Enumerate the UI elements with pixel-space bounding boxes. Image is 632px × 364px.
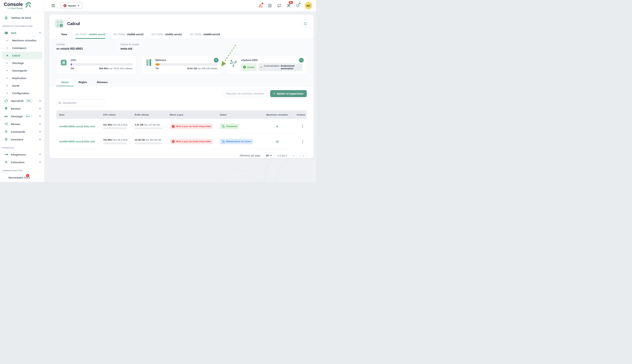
bullet-icon <box>7 78 8 78</box>
whats-new-count-badge: 1 <box>26 174 29 177</box>
memory-edit-button[interactable]: ✎ <box>214 58 219 62</box>
memory-stat-card: Mémoire 7% 19.81 GB sur 256 GB utilisés … <box>141 55 222 74</box>
sidebar-item-bastion[interactable]: Bastion <box>0 105 44 112</box>
whats-new[interactable]: Nouveautés 4.0.1 1 <box>0 173 44 182</box>
app-window: Console by Cloud Temple Tableau de bord … <box>0 0 316 182</box>
cloud-icon <box>4 30 9 35</box>
host-status-cell: Maintenance en cours <box>217 139 258 144</box>
previous-page-button[interactable]: ‹ <box>290 152 297 158</box>
row-actions-menu[interactable] <box>298 125 307 128</box>
items-per-page-select[interactable]: 10 <box>264 152 274 158</box>
ram-bar-fill <box>135 142 137 144</box>
drs-cluster-icon <box>230 58 238 67</box>
tab-regles[interactable]: Règles <box>74 78 92 86</box>
row-actions-menu[interactable] <box>298 140 307 143</box>
sidebar-item-configuration[interactable]: Configuration <box>0 90 44 97</box>
section-administration: ADMINISTRATION <box>0 166 44 173</box>
tab-hosts[interactable]: Hosts <box>56 78 74 86</box>
drs-stat-card: vSphere DRS ✓ Activé Automatisation : En… <box>227 55 307 74</box>
add-hypervisor-button[interactable]: + Ajouter un hyperviseur <box>270 90 307 97</box>
sidebar-item-replication[interactable]: Replication <box>0 74 44 82</box>
host-link[interactable]: esx002-t0001-ucs12-th3s.rvirt <box>56 125 100 128</box>
cpu-bar-fill <box>103 142 104 144</box>
cluster-class-value: meta-std <box>120 47 155 50</box>
chevron-down-icon <box>39 130 41 132</box>
cpu-detail: 894 MHz sur 76.61 GHz utilisés <box>99 67 133 70</box>
user-avatar[interactable]: KC <box>305 2 312 9</box>
sidebar: Console by Cloud Temple Tableau de bord … <box>0 0 44 182</box>
tab-clu002-ucs12[interactable]: DC-TH3S/clu002-ucs12 <box>113 33 143 38</box>
support-button[interactable] <box>268 3 272 8</box>
cpu-chip-icon <box>60 58 68 67</box>
chevron-down-icon <box>39 115 41 117</box>
sidebar-item-stockage[interactable]: Stockage New <box>0 112 44 120</box>
tab-clu003-ucs15[interactable]: DC-TH3S/clu003-ucs15 <box>190 33 220 38</box>
status-maintenance-badge: Maintenance en cours <box>220 139 253 144</box>
sidebar-item-dashboard[interactable]: Tableau de bord <box>0 14 44 22</box>
notifications-button[interactable] <box>295 3 300 8</box>
exclamation-icon: ! <box>172 125 175 128</box>
search-field[interactable] <box>56 99 104 106</box>
table-header: Nom CPU utilisé RAM utilisée Mises à jou… <box>56 110 307 119</box>
search-input[interactable] <box>63 101 102 104</box>
ram-icon <box>145 58 153 67</box>
sidebar-item-calcul[interactable]: Calcul <box>2 52 43 59</box>
pagination: Eléments par page 10 1-2 sur 2 ‹ › <box>56 149 307 158</box>
chevron-up-icon <box>39 32 41 34</box>
sidebar-item-sante[interactable]: Santé <box>0 82 44 90</box>
tools-button[interactable]: 9+ <box>286 3 291 8</box>
handshake-icon <box>4 152 9 157</box>
host-cpu-cell: 793 MHz Sur 38.3 GHz <box>100 138 132 144</box>
ram-bar-fill <box>135 128 135 129</box>
hosts-table: Nom CPU utilisé RAM utilisée Mises à jou… <box>56 110 307 149</box>
sidebar-item-machines-virtuelles[interactable]: Machines virtuelles <box>0 37 44 44</box>
dragonfly-icon <box>24 2 32 8</box>
alerts-button[interactable] <box>258 3 263 8</box>
france-roundel-icon <box>63 4 67 7</box>
tab-tous[interactable]: Tous <box>61 33 67 38</box>
sidebar-item-iaas[interactable]: IaaS <box>0 29 44 37</box>
sidebar-item-sauvegarde[interactable]: Sauvegarde <box>0 67 44 74</box>
cluster-class-label: Classe du cluster <box>120 43 155 46</box>
alert-dot-badge <box>262 3 263 4</box>
memory-title: Mémoire <box>155 58 218 62</box>
sidebar-item-stockage-iaas[interactable]: Stockage <box>0 59 44 67</box>
drs-edit-button[interactable]: ✎ <box>299 58 304 62</box>
next-page-button[interactable]: › <box>300 152 307 158</box>
status-connected-badge: Connecté <box>220 124 239 129</box>
logo[interactable]: Console by Cloud Temple <box>0 0 44 12</box>
sidebar-item-catalogues[interactable]: Catalogues <box>0 44 44 52</box>
search-icon <box>59 101 61 104</box>
refresh-button[interactable] <box>302 20 309 27</box>
host-ram-cell: 3.41 GB Sur 127.89 GB <box>132 124 167 129</box>
tab-clu001-ucs12-2[interactable]: DC-TH3S/clu001-ucs12 <box>152 33 182 38</box>
bullet-icon <box>7 48 8 48</box>
vm-count-link[interactable]: 6 <box>258 125 293 128</box>
sidebar-item-openshift[interactable]: OpenShift Bêta <box>0 97 44 105</box>
tab-clu001-ucs12[interactable]: DC-TH3S/clu001-ucs12 <box>75 33 105 38</box>
vcenter-value: vc-vstack-002-t0001 <box>56 47 91 50</box>
drs-automation-badge: Automatisation : Entièrement automatisé <box>258 63 303 71</box>
logo-by: by <box>8 7 10 9</box>
host-link[interactable]: esx004-t0001-ucs12-th3s.rvirt <box>56 140 100 143</box>
host-ram-cell: 15.48 GB Sur 191.89 GB <box>132 138 167 144</box>
vm-count-link[interactable]: 12 <box>258 140 293 143</box>
feedback-button[interactable] <box>277 3 281 8</box>
page-title: Calcul <box>67 21 80 26</box>
sidebar-item-inventaire[interactable]: Inventaire <box>0 136 44 143</box>
sidebar-item-infogerance[interactable]: Infogérance <box>0 150 44 158</box>
clipboard-icon <box>4 137 9 142</box>
check-circle-icon: ✓ <box>243 66 246 68</box>
hamburger-menu-icon[interactable] <box>52 4 55 8</box>
magic-wand-icon <box>260 66 262 68</box>
sidebar-item-commande[interactable]: Commande <box>0 128 44 136</box>
organization-selector[interactable]: Nordri <box>60 2 82 9</box>
sidebar-item-colocation[interactable]: Colocation <box>0 158 44 166</box>
bullet-icon <box>7 40 8 41</box>
sidebar-item-reseau[interactable]: Réseau <box>0 120 44 128</box>
chevron-down-icon <box>39 107 41 109</box>
chevron-down-icon <box>39 122 41 124</box>
drs-title: vSphere DRS <box>241 58 303 62</box>
tab-reseaux[interactable]: Réseaux <box>92 78 113 86</box>
migrate-vms-button[interactable]: Migration de machines virtuelles <box>223 90 268 97</box>
